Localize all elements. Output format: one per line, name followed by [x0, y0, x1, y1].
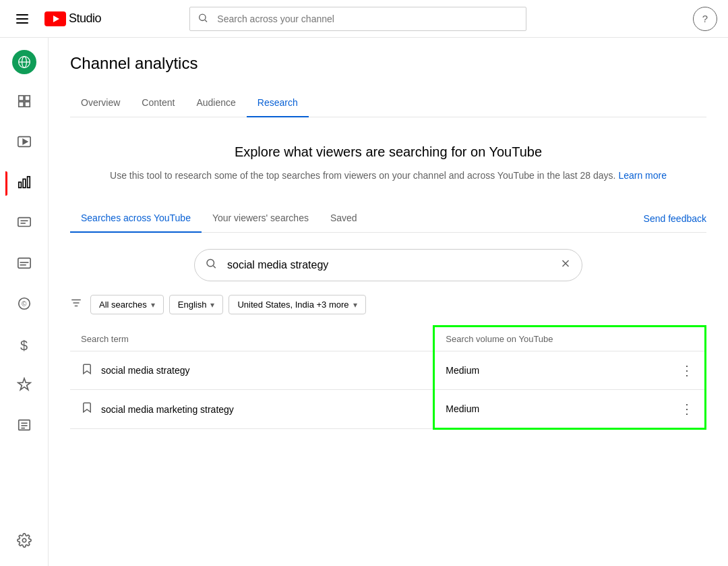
settings-icon: [17, 533, 32, 551]
sub-tab-viewers-searches[interactable]: Your viewers' searches: [202, 204, 320, 233]
term-cell-1: social media strategy: [70, 351, 434, 390]
help-icon: ?: [702, 13, 708, 24]
sidebar-item-subtitles[interactable]: [5, 246, 43, 283]
sidebar-item-analytics[interactable]: [5, 165, 43, 202]
app-container: Studio ?: [0, 0, 728, 566]
sub-tab-searches-across[interactable]: Searches across YouTube: [70, 204, 202, 233]
copyright-icon: ©: [17, 296, 32, 314]
search-term-input[interactable]: [194, 249, 582, 281]
explore-heading: Explore what viewers are searching for o…: [70, 144, 706, 160]
sub-tabs: Searches across YouTube Your viewers' se…: [70, 204, 706, 233]
search-input-wrapper: [194, 249, 582, 281]
svg-point-2: [200, 14, 206, 20]
col-search-term: Search term: [70, 327, 434, 351]
table-row: social media strategy Medium ⋮: [70, 351, 706, 390]
filter-icon: [70, 297, 82, 312]
more-options-button-2[interactable]: ⋮: [680, 401, 694, 417]
svg-rect-14: [23, 179, 26, 188]
logo[interactable]: Studio: [44, 11, 101, 26]
sidebar-item-content[interactable]: [5, 124, 43, 162]
all-searches-chevron: ▾: [151, 300, 155, 310]
more-options-button-1[interactable]: ⋮: [680, 362, 694, 378]
location-filter[interactable]: United States, India +3 more ▾: [229, 295, 365, 314]
customise-icon: [17, 377, 32, 395]
play-icon: [17, 134, 32, 152]
clear-search-button[interactable]: [559, 258, 572, 273]
subtitles-icon: [17, 256, 32, 274]
term-text-1: social media strategy: [101, 365, 190, 376]
tab-audience[interactable]: Audience: [185, 89, 246, 117]
svg-point-28: [22, 538, 26, 542]
bookmark-button-2[interactable]: [81, 401, 93, 417]
svg-line-3: [205, 20, 207, 22]
globe-icon: [12, 50, 36, 74]
filters-bar: All searches ▾ English ▾ United States, …: [70, 295, 706, 314]
svg-rect-9: [18, 101, 23, 106]
results-table: Search term Search volume on YouTube: [70, 325, 706, 430]
main-content: Channel analytics Overview Content Audie…: [49, 38, 728, 566]
sidebar: © $: [0, 38, 49, 566]
volume-text-1: Medium: [446, 365, 479, 376]
library-icon: [17, 418, 32, 436]
language-filter[interactable]: English ▾: [169, 295, 224, 314]
tab-research[interactable]: Research: [247, 89, 309, 117]
header: Studio ?: [0, 0, 728, 38]
svg-rect-8: [24, 95, 29, 100]
svg-line-30: [213, 266, 215, 268]
svg-rect-19: [18, 258, 30, 268]
svg-rect-7: [18, 95, 23, 100]
sidebar-item-dashboard[interactable]: [5, 84, 43, 121]
sub-tab-saved[interactable]: Saved: [320, 204, 368, 233]
dashboard-icon: [17, 94, 32, 112]
all-searches-label: All searches: [99, 300, 147, 310]
youtube-logo-icon: [44, 11, 66, 26]
table-row: social media marketing strategy Medium ⋮: [70, 390, 706, 429]
explore-desc-text: Use this tool to research some of the to…: [110, 170, 615, 181]
svg-text:©: ©: [21, 300, 26, 308]
explore-description: Use this tool to research some of the to…: [70, 168, 706, 183]
volume-cell-2: Medium ⋮: [434, 390, 706, 429]
sidebar-item-comments[interactable]: [5, 205, 43, 243]
menu-button[interactable]: [11, 9, 34, 29]
svg-rect-15: [27, 176, 30, 188]
send-feedback-button[interactable]: Send feedback: [644, 205, 706, 232]
svg-rect-10: [24, 101, 29, 106]
location-chevron: ▾: [353, 300, 357, 310]
header-search-icon: [198, 12, 208, 25]
help-button[interactable]: ?: [693, 7, 717, 31]
location-label: United States, India +3 more: [237, 300, 348, 310]
language-chevron: ▾: [210, 300, 214, 310]
term-text-2: social media marketing strategy: [101, 404, 234, 415]
svg-rect-16: [18, 217, 30, 226]
sidebar-item-copyright[interactable]: ©: [5, 286, 43, 324]
sidebar-item-customise[interactable]: [5, 367, 43, 405]
learn-more-link[interactable]: Learn more: [618, 170, 667, 181]
col-search-volume: Search volume on YouTube: [434, 327, 706, 351]
comments-icon: [17, 215, 32, 233]
sidebar-item-globe[interactable]: [5, 43, 43, 81]
all-searches-filter[interactable]: All searches ▾: [90, 295, 164, 314]
search-input-icon: [205, 258, 217, 273]
header-search: [189, 7, 526, 31]
term-cell-2: social media marketing strategy: [70, 390, 434, 429]
tab-overview[interactable]: Overview: [70, 89, 131, 117]
main-tabs: Overview Content Audience Research: [70, 89, 706, 117]
main-layout: © $: [0, 38, 728, 566]
logo-text: Studio: [69, 11, 101, 26]
sidebar-item-library[interactable]: [5, 407, 43, 445]
analytics-icon: [17, 175, 32, 193]
sidebar-item-monetization[interactable]: $: [5, 327, 43, 364]
volume-text-2: Medium: [446, 403, 479, 414]
dollar-icon: $: [20, 338, 28, 353]
research-section: Explore what viewers are searching for o…: [70, 117, 706, 430]
svg-rect-13: [18, 182, 21, 188]
volume-cell-1: Medium ⋮: [434, 351, 706, 390]
tab-content[interactable]: Content: [131, 89, 185, 117]
svg-marker-12: [23, 139, 27, 144]
header-search-input[interactable]: [189, 7, 526, 31]
page-title: Channel analytics: [70, 54, 706, 73]
sidebar-item-settings[interactable]: [5, 523, 43, 561]
svg-point-29: [207, 260, 214, 267]
language-label: English: [178, 300, 207, 310]
bookmark-button-1[interactable]: [81, 363, 93, 378]
